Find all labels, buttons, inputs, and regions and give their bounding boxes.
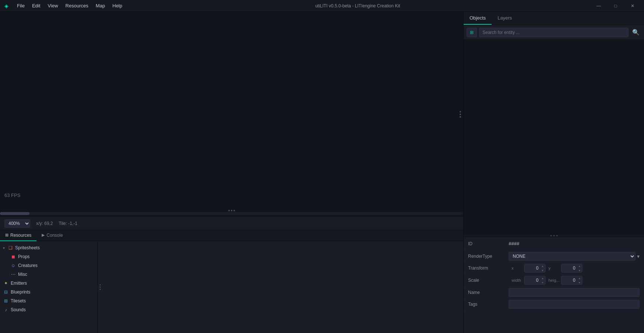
transform-x-input-wrap: ▲ ▼ <box>524 264 546 273</box>
rendertype-dropdown-icon[interactable]: ▾ <box>637 253 640 259</box>
misc-icon: ⋯ <box>10 272 16 277</box>
panel-tab-bar: ⊞ Resources ▶ Console <box>0 230 463 241</box>
scale-width-down[interactable]: ▼ <box>540 280 545 285</box>
search-button[interactable]: 🔍 <box>631 28 641 37</box>
tab-resources-label: Resources <box>10 233 31 238</box>
search-icon: 🔍 <box>632 29 640 36</box>
properties-panel: ID #### RenderType NONE SPRITE COLOR TEX… <box>464 237 644 333</box>
tree-item-sounds[interactable]: ♪ Sounds <box>0 305 97 314</box>
transform-x-down[interactable]: ▼ <box>540 268 545 273</box>
scale-width-input-wrap: ▲ ▼ <box>524 276 546 285</box>
name-input[interactable] <box>509 288 640 297</box>
transform-y-input-wrap: ▲ ▼ <box>561 264 582 273</box>
tree-arrow-spritesheets: ▾ <box>3 246 5 250</box>
tree-item-props[interactable]: ◼ Props <box>0 252 97 261</box>
tree-item-blueprints[interactable]: ⊟ Blueprints <box>0 288 97 296</box>
tab-console-label: Console <box>46 233 63 238</box>
panel-drag-handle[interactable] <box>98 241 102 333</box>
transform-x-up[interactable]: ▲ <box>540 264 545 268</box>
entity-search-row: ⊞ 🔍 <box>464 25 644 40</box>
tree-item-creatures[interactable]: ☺ Creatures <box>0 261 97 270</box>
tab-objects[interactable]: Objects <box>464 11 492 25</box>
tags-row: Tags <box>464 298 644 310</box>
tile-label: Tile: -1,-1 <box>59 221 77 226</box>
viewport-canvas[interactable]: 63 FPS <box>0 12 463 216</box>
transform-y-up[interactable]: ▲ <box>577 264 582 268</box>
scale-row: Scale width ▲ ▼ heig... <box>464 274 644 287</box>
transform-y-label: y <box>548 266 560 270</box>
scale-width-label: width <box>512 278 523 282</box>
scrollbar-track <box>0 212 463 215</box>
transform-y-spinners: ▲ ▼ <box>577 264 582 273</box>
scale-height-up[interactable]: ▲ <box>577 276 582 280</box>
transform-x-input[interactable] <box>524 266 540 271</box>
panel-main-area <box>102 241 463 333</box>
console-icon: ▶ <box>42 233 45 237</box>
creatures-icon: ☺ <box>10 263 16 268</box>
menu-bar: File Edit View Resources Map Help <box>14 2 125 9</box>
menu-map[interactable]: Map <box>93 2 108 9</box>
spritesheets-label: Spritesheets <box>15 245 40 250</box>
viewport-resize-handle-bottom[interactable] <box>228 210 235 211</box>
tab-console[interactable]: ▶ Console <box>37 230 68 241</box>
resource-tree: ▾ ❑ Spritesheets ◼ Props ☺ Creatures <box>0 241 98 333</box>
tab-resources[interactable]: ⊞ Resources <box>0 230 37 241</box>
fps-counter: 63 FPS <box>4 192 20 198</box>
transform-x-spinners: ▲ ▼ <box>540 264 545 273</box>
scale-height-spinners: ▲ ▼ <box>577 276 582 285</box>
menu-edit[interactable]: Edit <box>29 2 43 9</box>
properties-separator[interactable] <box>464 234 644 237</box>
scale-height-input[interactable] <box>561 278 577 283</box>
viewport-resize-handle-right[interactable] <box>460 111 461 118</box>
tree-item-tilesets[interactable]: ⊞ Tilesets <box>0 296 97 305</box>
main-layout: 63 FPS 400% 200% 100% <box>0 12 644 333</box>
minimize-button[interactable]: — <box>590 0 607 12</box>
search-input[interactable] <box>479 28 629 37</box>
blueprints-icon: ⊟ <box>3 289 9 295</box>
scale-label: Scale <box>468 278 509 283</box>
coordinates-label: x/y: 69,2 <box>36 221 53 226</box>
name-row: Name <box>464 287 644 298</box>
menu-file[interactable]: File <box>14 2 28 9</box>
tags-input[interactable] <box>509 300 640 309</box>
tags-label: Tags <box>468 302 509 307</box>
viewport-column: 63 FPS 400% 200% 100% <box>0 12 463 333</box>
scrollbar-thumb[interactable] <box>0 212 30 215</box>
panel-content: ▾ ❑ Spritesheets ◼ Props ☺ Creatures <box>0 241 463 333</box>
menu-view[interactable]: View <box>45 2 61 9</box>
rendertype-row: RenderType NONE SPRITE COLOR TEXT ▾ <box>464 250 644 262</box>
tilesets-label: Tilesets <box>11 298 26 303</box>
rendertype-label: RenderType <box>468 254 509 259</box>
scale-width-input[interactable] <box>524 278 540 283</box>
scale-width-up[interactable]: ▲ <box>540 276 545 280</box>
tree-item-emitters[interactable]: ✦ Emitters <box>0 279 97 288</box>
sounds-label: Sounds <box>11 307 26 312</box>
horizontal-scrollbar[interactable] <box>0 212 463 215</box>
transform-row: Transform x ▲ ▼ y <box>464 262 644 274</box>
scale-width-spinners: ▲ ▼ <box>540 276 545 285</box>
spritesheets-icon: ❑ <box>7 245 13 250</box>
zoom-select[interactable]: 400% 200% 100% 50% 25% <box>4 219 30 228</box>
id-row: ID #### <box>464 237 644 250</box>
tree-item-misc[interactable]: ⋯ Misc <box>0 270 97 279</box>
maximize-button[interactable]: □ <box>607 0 624 12</box>
tree-item-spritesheets[interactable]: ▾ ❑ Spritesheets <box>0 243 97 252</box>
rendertype-select[interactable]: NONE SPRITE COLOR TEXT <box>509 252 636 261</box>
transform-y-input[interactable] <box>561 266 577 271</box>
tab-layers[interactable]: Layers <box>492 11 518 25</box>
menu-help[interactable]: Help <box>110 2 125 9</box>
close-button[interactable]: ✕ <box>624 0 641 12</box>
misc-label: Misc <box>18 272 27 277</box>
statusbar: 400% 200% 100% 50% 25% x/y: 69,2 Tile: -… <box>0 216 463 230</box>
transform-x-label: x <box>512 266 523 270</box>
emitters-label: Emitters <box>11 281 27 286</box>
scale-height-down[interactable]: ▼ <box>577 280 582 285</box>
transform-y-down[interactable]: ▼ <box>577 268 582 273</box>
objects-area[interactable] <box>464 40 644 234</box>
entity-filter-button[interactable]: ⊞ <box>467 28 477 37</box>
titlebar: ◈ File Edit View Resources Map Help utiL… <box>0 0 644 12</box>
right-tab-bar: Objects Layers <box>464 12 644 25</box>
props-label: Props <box>18 254 30 259</box>
menu-resources[interactable]: Resources <box>62 2 91 9</box>
blueprints-label: Blueprints <box>11 289 30 295</box>
